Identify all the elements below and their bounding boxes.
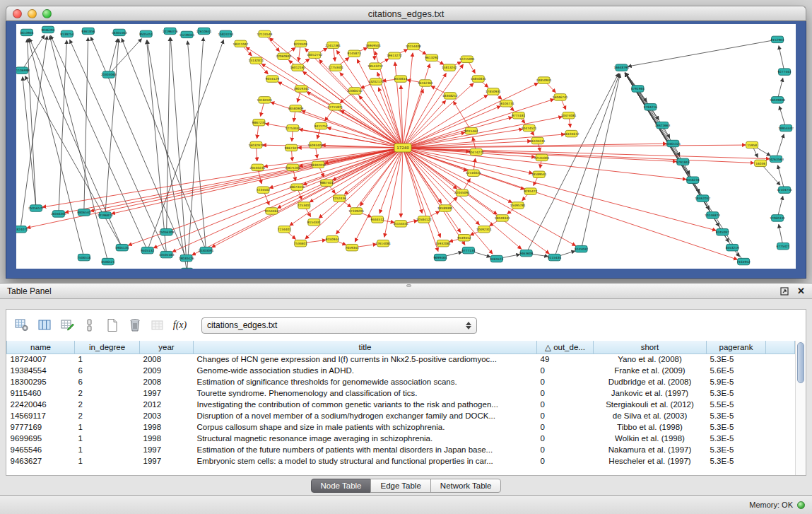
close-window-button[interactable] [13, 9, 22, 18]
graph-edge[interactable] [403, 148, 465, 245]
graph-node[interactable]: 9139754 [60, 30, 73, 37]
graph-node[interactable]: 14263563 [768, 156, 784, 162]
graph-node[interactable]: 17339205 [348, 208, 364, 214]
graph-node[interactable]: 9505132 [141, 247, 154, 253]
graph-node[interactable]: 9245032 [575, 245, 588, 252]
graph-node[interactable]: 15154451 [393, 221, 408, 227]
graph-node[interactable]: 6791964 [631, 86, 645, 92]
graph-node[interactable]: 16104241 [530, 137, 546, 144]
graph-node[interactable]: 10505183 [159, 251, 175, 257]
graph-edge[interactable] [403, 148, 524, 189]
function-builder-icon[interactable]: f(x) [170, 316, 189, 335]
column-header-year[interactable]: year [140, 341, 194, 354]
graph-edge[interactable] [625, 73, 663, 125]
graph-node[interactable]: 22104301 [534, 154, 550, 160]
table-row[interactable]: 946362711997Embryonic stem cells: a mode… [7, 455, 795, 467]
graph-edge[interactable] [582, 74, 620, 249]
graph-node[interactable]: 12104751 [777, 187, 792, 193]
graph-node[interactable]: 9295472 [524, 188, 537, 194]
delete-table-icon[interactable] [148, 316, 167, 335]
graph-node[interactable]: 8506521 [101, 258, 114, 264]
edit-table-icon[interactable] [57, 316, 76, 335]
graph-node[interactable]: 15958 [746, 141, 758, 148]
table-panel-header[interactable]: Table Panel ✕ [0, 284, 812, 299]
graph-node[interactable]: 15824744 [218, 30, 234, 37]
graph-node[interactable]: 24850931 [536, 77, 552, 83]
graph-node[interactable]: 9505451 [139, 30, 153, 37]
graph-edge[interactable] [403, 148, 716, 230]
graph-node[interactable]: 12753442 [285, 124, 300, 131]
scrollbar-thumb[interactable] [797, 342, 804, 383]
graph-node[interactable]: 10584122 [416, 216, 432, 223]
panel-drag-handle[interactable] [406, 284, 411, 287]
graph-node[interactable]: 9456234 [686, 177, 700, 183]
table-row[interactable]: 1456911722003Disruption of a novel membe… [7, 410, 795, 421]
graph-node[interactable]: 10196874 [98, 212, 113, 218]
graph-node[interactable]: 18954442 [778, 124, 794, 131]
graph-edge[interactable] [403, 148, 438, 252]
graph-edge[interactable] [170, 37, 186, 258]
graph-node[interactable]: 9154331 [307, 219, 321, 226]
graph-node[interactable]: 22060212 [347, 88, 363, 94]
tab-network-table[interactable]: Network Table [430, 479, 502, 493]
graph-node[interactable]: 9867401 [320, 180, 334, 186]
table-row[interactable]: 977716911998Corpus callosum shape and si… [7, 421, 795, 433]
graph-node[interactable]: 9245087 [716, 229, 729, 235]
graph-edge[interactable] [776, 134, 784, 159]
table-row[interactable]: 1938455462009Genome-wide association stu… [7, 365, 795, 376]
graph-edge[interactable] [20, 36, 47, 230]
graph-node[interactable]: 10492311 [476, 226, 492, 233]
table-mode-icon[interactable] [12, 316, 31, 335]
graph-node[interactable]: 20303063 [101, 71, 117, 78]
graph-node[interactable]: 21106998 [16, 67, 30, 74]
graph-node[interactable]: 5905135 [115, 244, 129, 250]
graph-node[interactable]: 10465321 [665, 140, 681, 146]
graph-node[interactable]: 6775421 [777, 243, 790, 249]
graph-edge[interactable] [49, 36, 108, 262]
graph-node[interactable]: 9277443 [778, 69, 792, 75]
graph-node[interactable]: 15932081 [435, 240, 451, 246]
graph-node[interactable]: 9867341 [285, 144, 298, 151]
graph-node[interactable]: 9030614 [394, 76, 407, 82]
graph-node[interactable]: 15813242 [442, 64, 457, 71]
graph-edge[interactable] [779, 46, 784, 72]
table-row[interactable]: 1830029562008Estimation of significance … [7, 376, 795, 387]
graph-edge[interactable] [403, 106, 500, 148]
delete-columns-icon[interactable] [125, 316, 144, 335]
graph-edge[interactable] [148, 40, 224, 250]
graph-edge[interactable] [122, 38, 206, 250]
graph-node[interactable]: 7164952 [737, 258, 751, 264]
graph-edge[interactable] [65, 148, 403, 213]
graph-node[interactable]: 19030426 [179, 255, 194, 261]
column-header-title[interactable]: title [194, 341, 537, 354]
graph-node[interactable]: 20103231 [250, 164, 266, 170]
table-row[interactable]: 911546021997Tourette syndrome. Phenomeno… [7, 387, 795, 399]
graph-node[interactable]: 7659341 [346, 244, 359, 250]
graph-node[interactable]: 18589541 [531, 171, 547, 177]
graph-node[interactable]: 9115434 [548, 254, 561, 260]
graph-node[interactable]: 17614081 [375, 240, 391, 246]
graph-node[interactable]: 18580909 [288, 105, 303, 112]
graph-node[interactable]: 8613904 [20, 29, 33, 35]
graph-node[interactable]: 18049341 [495, 215, 510, 221]
graph-node[interactable]: 7253401 [298, 202, 311, 209]
graph-node[interactable]: 9444512 [371, 216, 384, 223]
graph-node[interactable]: 16648794 [614, 64, 630, 71]
graph-node[interactable]: 9777134 [461, 247, 475, 253]
column-header-in_degree[interactable]: in_degree [75, 341, 140, 354]
graph-edge[interactable] [211, 148, 403, 247]
graph-node[interactable]: 15495781 [510, 202, 526, 209]
graph-node[interactable]: 10154408 [406, 43, 421, 49]
table-row[interactable]: 969969511998Structural magnetic resonanc… [7, 433, 795, 444]
graph-node[interactable]: 9145873 [348, 50, 361, 57]
graph-node[interactable]: 9867231 [252, 119, 266, 125]
graph-node[interactable]: 9411752 [314, 122, 328, 129]
graph-node[interactable]: 13202171 [368, 78, 384, 85]
minimize-window-button[interactable] [28, 9, 37, 18]
graph-node[interactable]: 10196376 [163, 28, 178, 34]
graph-node[interactable]: 18012752 [307, 52, 322, 58]
graph-node[interactable]: 9465523 [490, 255, 503, 262]
graph-node[interactable]: 22060843 [276, 53, 291, 59]
graph-node[interactable]: 18311042 [233, 40, 249, 47]
column-chooser-icon[interactable] [80, 316, 99, 335]
